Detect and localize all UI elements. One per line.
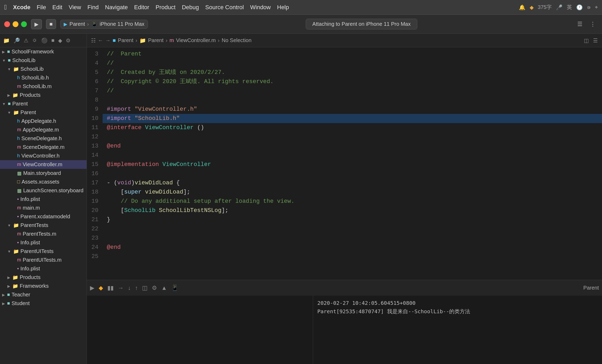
sidebar-item-info-plist-1[interactable]: ▪ Info.plist: [0, 195, 87, 204]
debug-runtime-icon[interactable]: ▲: [161, 285, 167, 291]
sidebar-item-products-1[interactable]: ▶ 📁 Products: [0, 91, 87, 99]
sidebar-item-app-delegate-m[interactable]: m AppDelegate.m: [0, 125, 87, 134]
find-menu[interactable]: Find: [87, 4, 99, 11]
debug-simulate-icon[interactable]: 📱: [171, 285, 178, 291]
issue-nav-icon[interactable]: ⛭: [32, 37, 37, 43]
debug-breakpoint-icon[interactable]: ◆: [99, 285, 103, 291]
window-menu[interactable]: Window: [250, 4, 271, 11]
code-line-16: [103, 169, 602, 178]
split-editor-icon[interactable]: ◫: [584, 37, 589, 44]
edit-menu[interactable]: Edit: [52, 4, 62, 11]
report-nav-icon[interactable]: ⚙: [66, 37, 71, 44]
wifi-icon[interactable]: ⌖: [595, 4, 598, 10]
sidebar-item-student[interactable]: ▶ ■ Student: [0, 299, 87, 308]
sidebar-item-parent[interactable]: ▼ ■ Parent: [0, 99, 87, 108]
spacer: [13, 205, 16, 211]
sidebar-item-main-storyboard[interactable]: ▩ Main.storyboard: [0, 169, 87, 178]
code-content[interactable]: // Parent // // Created by 王斌绩 on 2020/2…: [103, 47, 602, 280]
sidebar-item-teacher[interactable]: ▶ ■ Teacher: [0, 290, 87, 299]
sidebar-item-launch-screen[interactable]: ▩ LaunchScreen.storyboard: [0, 186, 87, 195]
search-nav-icon[interactable]: ⚠: [24, 37, 28, 44]
line-num-4: 4: [87, 59, 98, 68]
sidebar-item-school-lib-m[interactable]: m SchoolLib.m: [0, 82, 87, 91]
sidebar-item-assets[interactable]: □ Assets.xcassets: [0, 178, 87, 186]
code-line-5: // Created by 王斌绩 on 2020/2/27.: [103, 68, 602, 77]
input-lang[interactable]: 英: [567, 4, 572, 11]
source-control-menu[interactable]: Source Control: [205, 4, 244, 11]
debug-step-over-icon[interactable]: →: [118, 285, 124, 291]
view-menu[interactable]: View: [69, 4, 81, 11]
navigate-menu[interactable]: Navigate: [105, 4, 128, 11]
sidebar-item-scene-delegate-m[interactable]: m SceneDelegate.m: [0, 143, 87, 151]
close-button[interactable]: [4, 21, 10, 27]
nav-forward-icon[interactable]: →: [105, 37, 111, 43]
plist-icon: ▪: [17, 266, 19, 271]
apple-menu[interactable]: : [4, 3, 7, 11]
breadcrumb-parent1[interactable]: Parent: [118, 37, 133, 43]
editor-menu[interactable]: Editor: [134, 4, 149, 11]
test-nav-icon[interactable]: ⚫: [41, 37, 48, 44]
sidebar-label: AppDelegate.m: [23, 127, 59, 133]
sidebar-item-parent-tests[interactable]: ▼ 📁 ParentTests: [0, 221, 87, 230]
line-num-10: 10: [87, 114, 98, 123]
sidebar-item-school-lib-h[interactable]: h SchoolLib.h: [0, 73, 87, 82]
vcs-nav-icon[interactable]: 🔎: [13, 37, 20, 44]
project-icon: ■: [7, 301, 10, 306]
sidebar-item-view-controller-m[interactable]: m ViewController.m: [0, 160, 87, 169]
run-button[interactable]: ▶: [31, 19, 42, 29]
sidebar-item-info-plist-2[interactable]: ▪ Info.plist: [0, 238, 87, 247]
sidebar-item-parent-ui-tests-m[interactable]: m ParentUITests.m: [0, 256, 87, 264]
sidebar-item-school-lib-group[interactable]: ▼ 📁 SchoolLib: [0, 65, 87, 73]
sidebar-item-parent-ui-tests[interactable]: ▼ 📁 ParentUITests: [0, 247, 87, 256]
sidebar-item-app-delegate-h[interactable]: h AppDelegate.h: [0, 117, 87, 125]
breakpoint-nav-icon[interactable]: ◆: [58, 37, 62, 44]
bluetooth-icon[interactable]: ⋼: [587, 4, 591, 11]
folder-nav-icon[interactable]: 📁: [3, 37, 10, 44]
debug-pause-icon[interactable]: ▮▮: [107, 285, 114, 291]
breadcrumb-filename[interactable]: ViewController.m: [176, 37, 216, 43]
sidebar-item-info-plist-3[interactable]: ▪ Info.plist: [0, 264, 87, 273]
breadcrumb-parent2-label[interactable]: Parent: [148, 37, 164, 43]
help-menu[interactable]: Help: [277, 4, 289, 11]
breadcrumb-file-icon: m: [169, 37, 174, 43]
minimize-button[interactable]: [13, 21, 18, 27]
time-icon[interactable]: 🕐: [576, 4, 583, 11]
grid-view-icon[interactable]: ☷: [91, 37, 96, 44]
debug-view-hierarchy-icon[interactable]: ◫: [142, 285, 148, 291]
sidebar-item-main-m[interactable]: m main.m: [0, 204, 87, 212]
debug-step-into-icon[interactable]: ↓: [128, 285, 131, 291]
code-line-19: // Do any additional setup after loading…: [103, 197, 602, 206]
xcode-menu[interactable]: Xcode: [13, 4, 31, 11]
breadcrumb-selection[interactable]: No Selection: [222, 37, 251, 43]
file-menu[interactable]: File: [37, 4, 46, 11]
stop-button[interactable]: ■: [46, 19, 56, 29]
project-icon: ■: [8, 58, 11, 63]
debug-step-icon[interactable]: ▶: [90, 285, 94, 291]
debug-memory-icon[interactable]: ⚙: [152, 285, 157, 291]
product-menu[interactable]: Product: [155, 4, 175, 11]
mic-icon[interactable]: 🎤: [556, 4, 563, 11]
debug-menu[interactable]: Debug: [182, 4, 199, 11]
nav-back-icon[interactable]: ←: [98, 37, 103, 43]
breadcrumb-parent2[interactable]: 📁: [139, 37, 146, 44]
sidebar-item-products-2[interactable]: ▶ 📁 Products: [0, 273, 87, 282]
spacer: [13, 153, 16, 159]
inspector-toggle-icon[interactable]: ⋮: [588, 20, 598, 29]
debug-step-out-icon[interactable]: ↑: [135, 285, 138, 291]
sidebar-item-parent-tests-m[interactable]: m ParentTests.m: [0, 230, 87, 238]
sidebar-item-parent-xcdatamodel[interactable]: ▪ Parent.xcdatamodeld: [0, 212, 87, 221]
sidebar-item-frameworks[interactable]: ▶ 📁 Frameworks: [0, 282, 87, 290]
inspector-panel-icon[interactable]: ☰: [593, 37, 598, 44]
navigator-toggle-icon[interactable]: ☰: [575, 20, 585, 29]
line-num-18: 18: [87, 188, 98, 197]
sidebar-item-parent-group[interactable]: ▼ 📁 Parent: [0, 108, 87, 117]
sidebar-item-view-controller-h[interactable]: h ViewController.h: [0, 151, 87, 160]
sidebar-item-school-lib[interactable]: ▼ ■ SchoolLib: [0, 56, 87, 65]
line-num-19: 19: [87, 197, 98, 206]
notification-icon[interactable]: 🔔: [519, 4, 525, 11]
debug-nav-icon[interactable]: ■: [51, 37, 54, 43]
maximize-button[interactable]: [21, 21, 27, 27]
sidebar-item-school-framework[interactable]: ▶ ■ SchoolFramework: [0, 47, 87, 56]
sidebar-item-scene-delegate-h[interactable]: h SceneDelegate.h: [0, 134, 87, 143]
scheme-selector[interactable]: ▶ Parent › 📱 iPhone 11 Pro Max: [60, 20, 148, 29]
